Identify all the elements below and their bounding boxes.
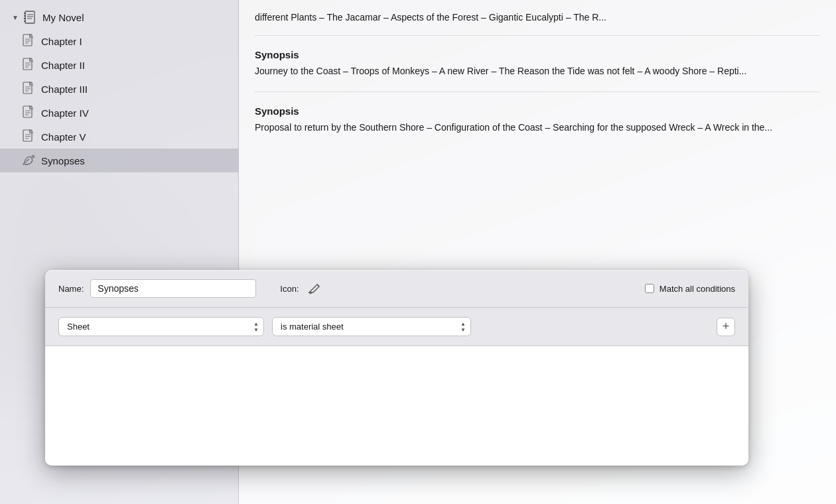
sidebar-root-label: My Novel (42, 12, 84, 23)
icon-label: Icon: (280, 284, 299, 294)
name-label: Name: (58, 284, 84, 294)
tree-toggle-icon[interactable]: ▼ (11, 13, 20, 22)
sidebar-item-chapter2[interactable]: Chapter II (0, 53, 238, 77)
name-input[interactable] (90, 279, 256, 298)
sidebar-item-chapter1[interactable]: Chapter I (0, 29, 238, 53)
sidebar-item-label-5: Chapter V (41, 131, 86, 143)
sidebar-item-synopses[interactable]: Synopses (0, 149, 238, 172)
top-text: different Plants – The Jacamar – Aspects… (255, 11, 820, 36)
sidebar-item-chapter5[interactable]: Chapter V (0, 125, 238, 149)
synopsis-text-2: Proposal to return by the Southern Shore… (255, 121, 820, 135)
condition-select-wrapper: is material sheet is not material sheet … (272, 317, 471, 336)
synopsis-section-2: Synopsis Proposal to return by the South… (255, 105, 820, 148)
sheet-select-wrapper: Sheet Title Author Label Status Include … (58, 317, 264, 336)
sidebar-item-label-synopses: Synopses (41, 155, 85, 166)
sidebar-item-label-2: Chapter II (41, 60, 85, 71)
match-all-checkbox[interactable] (645, 284, 654, 293)
svg-rect-2 (24, 15, 26, 17)
condition-select[interactable]: is material sheet is not material sheet … (272, 317, 471, 336)
content-body: different Plants – The Jacamar – Aspects… (239, 0, 836, 172)
document-icon-4 (21, 105, 36, 120)
add-condition-button[interactable]: + (717, 318, 735, 336)
svg-rect-4 (24, 21, 26, 22)
icon-field-group: Icon: (267, 279, 324, 298)
sidebar-item-label-1: Chapter I (41, 36, 82, 47)
match-all-group: Match all conditions (645, 284, 735, 294)
svg-rect-1 (24, 13, 26, 14)
modal-filter-row: Sheet Title Author Label Status Include … (45, 308, 748, 346)
synopsis-text-1: Journey to the Coast – Troops of Monkeys… (255, 64, 820, 78)
sidebar-item-label-4: Chapter IV (41, 107, 89, 119)
document-icon-2 (21, 58, 36, 72)
match-all-label: Match all conditions (660, 284, 735, 294)
svg-rect-0 (25, 11, 35, 23)
icon-display[interactable] (305, 279, 324, 298)
synopsis-heading-2: Synopsis (255, 105, 820, 117)
sheet-select[interactable]: Sheet Title Author Label Status Include … (58, 317, 264, 336)
svg-rect-3 (24, 18, 26, 19)
synopsis-section-1: Synopsis Journey to the Coast – Troops o… (255, 49, 820, 92)
svg-line-28 (32, 155, 33, 157)
document-icon-3 (21, 82, 36, 96)
sidebar-item-label-3: Chapter III (41, 84, 88, 95)
document-icon-1 (21, 34, 36, 48)
synopses-icon (21, 153, 36, 168)
sidebar-root-item[interactable]: ▼ My Novel (0, 5, 238, 29)
document-icon-5 (21, 129, 36, 144)
modal-header: Name: Icon: Match all conditions (45, 270, 748, 308)
name-field-group: Name: (58, 279, 256, 298)
modal-overlay: Name: Icon: Match all conditions Sheet (45, 270, 748, 466)
sidebar-item-chapter3[interactable]: Chapter III (0, 77, 238, 101)
modal-content-area (45, 346, 748, 466)
sidebar-item-chapter4[interactable]: Chapter IV (0, 101, 238, 125)
synopsis-heading-1: Synopsis (255, 49, 820, 60)
notebook-icon (23, 10, 37, 25)
